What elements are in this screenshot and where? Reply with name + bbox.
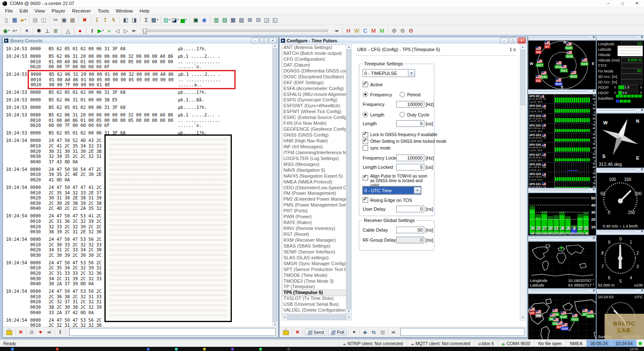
configure-titlebar[interactable]: Configure - Time Pulses bbox=[280, 37, 527, 44]
play-icon[interactable]: ▶ bbox=[96, 26, 105, 35]
close-icon[interactable] bbox=[592, 90, 595, 93]
menu-edit[interactable]: Edit bbox=[16, 8, 31, 14]
import-clipboard-icon[interactable]: ↥ bbox=[101, 15, 109, 24]
config-list-item[interactable]: ESFA (Accelerometer Config) bbox=[282, 86, 346, 92]
antenna-icon[interactable]: ⊥ bbox=[43, 26, 52, 35]
minimize-icon[interactable] bbox=[251, 38, 259, 44]
paste-icon[interactable]: ▩ bbox=[68, 15, 77, 24]
playback-slider[interactable] bbox=[143, 30, 328, 32]
table-view-icon[interactable]: ▦ bbox=[151, 15, 159, 24]
list-scrollbar[interactable]: ▲ ▼ bbox=[346, 44, 352, 314]
messages-view-icon[interactable]: ▦ bbox=[229, 15, 237, 24]
config-list-item[interactable]: CFG (Configuration) bbox=[282, 57, 346, 62]
config-list-item[interactable]: ESFALG (IMU-mount Alignment) bbox=[282, 92, 346, 98]
config-list-item[interactable]: RST (Reset) bbox=[282, 232, 346, 237]
lock-icon[interactable] bbox=[283, 330, 289, 335]
config-list-item[interactable]: BATCH (Batch mode output) bbox=[282, 51, 346, 57]
config-list-item[interactable]: SMGR (Sync Manager Config) bbox=[282, 261, 346, 267]
user-delay-field[interactable]: 0 bbox=[396, 206, 424, 212]
split-horizontal-icon[interactable]: ◧ bbox=[122, 15, 130, 24]
map-view-icon[interactable]: ▨ bbox=[163, 15, 171, 24]
config-list-item[interactable]: NAVX5 (Navigation Expert 5) bbox=[282, 173, 346, 179]
frequency-field[interactable]: 100000 bbox=[396, 101, 424, 108]
snapshot-icon[interactable]: ◲ bbox=[262, 15, 271, 24]
config-list-item[interactable]: ITFM (Jamming/Interference Monit bbox=[282, 150, 346, 156]
eject-icon[interactable]: △ bbox=[64, 26, 72, 35]
pause-console-icon[interactable] bbox=[57, 328, 64, 336]
open-icon[interactable]: ▰ bbox=[19, 15, 27, 24]
mqtt-status[interactable]: MQTT client: Not connected bbox=[407, 340, 474, 347]
checkbox-icon[interactable] bbox=[363, 139, 368, 144]
config-list-item[interactable]: ODO (Odometer/Low-Speed COG f bbox=[282, 185, 346, 191]
console-scrollbar[interactable]: ▲ ▼ bbox=[272, 44, 278, 327]
signal-config-icon[interactable]: ≣ bbox=[52, 26, 60, 35]
ntrip-status[interactable]: NTRIP client: Not connected bbox=[339, 340, 407, 347]
config-list-item[interactable]: MSG (Messages) bbox=[282, 162, 346, 168]
radio-icon[interactable] bbox=[400, 112, 405, 117]
warmstart-icon[interactable]: W bbox=[353, 26, 361, 35]
lock-icon[interactable] bbox=[6, 330, 12, 335]
config-list-item[interactable]: ANT (Antenna Settings) bbox=[282, 45, 346, 51]
scroll-right-icon[interactable]: ▸ bbox=[347, 315, 351, 319]
load-config-icon[interactable] bbox=[361, 328, 369, 336]
print-preview-icon[interactable]: ◫ bbox=[39, 15, 48, 24]
windows-taskbar[interactable]: 12:24 bbox=[0, 347, 644, 351]
checkbox-icon[interactable] bbox=[363, 197, 368, 203]
close-icon[interactable] bbox=[630, 0, 644, 7]
config-list-item[interactable]: USB (Universal Serial Bus) bbox=[282, 302, 346, 307]
save-icon[interactable]: ▦ bbox=[10, 15, 19, 24]
menu-help[interactable]: Help bbox=[136, 8, 153, 14]
coldstart-icon[interactable]: C bbox=[361, 26, 369, 35]
dock-icon[interactable]: ◱ bbox=[271, 15, 279, 24]
debug-icon[interactable]: ✱ bbox=[35, 26, 43, 35]
maximize-icon[interactable] bbox=[260, 38, 268, 44]
menu-view[interactable]: View bbox=[31, 8, 48, 14]
config-list-item[interactable]: ESRC (External Source Config) bbox=[282, 115, 346, 121]
checkbox-icon[interactable] bbox=[363, 145, 368, 151]
maximize-icon[interactable] bbox=[509, 38, 517, 44]
rising-edge-checkbox[interactable]: Rising Edge on TOS bbox=[363, 197, 412, 203]
grid-plus-icon[interactable]: ⊞ bbox=[246, 15, 254, 24]
wizard-icon[interactable] bbox=[351, 328, 358, 336]
chevron-down-icon[interactable]: ▼ bbox=[414, 187, 421, 194]
active-checkbox[interactable]: Active bbox=[363, 82, 383, 87]
taskbar-icon[interactable] bbox=[259, 348, 262, 351]
grid-minus-icon[interactable]: ⊟ bbox=[254, 15, 262, 24]
close-icon[interactable] bbox=[518, 38, 526, 44]
skip-start-icon[interactable]: ↞ bbox=[130, 26, 138, 35]
start-icon[interactable] bbox=[11, 348, 14, 351]
close-icon[interactable] bbox=[641, 230, 643, 233]
console-view-icon[interactable]: ▣ bbox=[192, 15, 200, 24]
close-icon[interactable] bbox=[592, 289, 595, 292]
menu-player[interactable]: Player bbox=[48, 8, 69, 14]
list-hscrollbar[interactable]: ◂ ▸ bbox=[282, 315, 352, 320]
config-list-item[interactable]: NAV5 (Navigation 5) bbox=[282, 168, 346, 173]
config-list-item[interactable]: TXSLOT (Tx Time Slots) bbox=[282, 296, 346, 302]
taskbar-icon[interactable] bbox=[147, 348, 150, 351]
taskbar-icon[interactable] bbox=[56, 348, 59, 351]
config-list-item[interactable]: RINV (Remote Inventory) bbox=[282, 226, 346, 232]
taskbar-icon[interactable] bbox=[287, 348, 290, 351]
menu-file[interactable]: File bbox=[2, 8, 16, 14]
import-new-icon[interactable]: ↯ bbox=[109, 15, 118, 24]
histogram-view-icon[interactable]: ▅ bbox=[179, 15, 188, 24]
close-icon[interactable] bbox=[641, 168, 643, 171]
configure-filter-input[interactable] bbox=[400, 328, 525, 336]
config-list-item[interactable]: PM2 (Extended Power Managemen bbox=[282, 196, 346, 202]
step-forward-icon[interactable]: ▷ bbox=[122, 26, 130, 35]
skip-end-icon[interactable]: ↠ bbox=[332, 26, 340, 35]
poll-button[interactable]: Poll bbox=[328, 329, 347, 336]
config-list-item[interactable]: SENIF (Sensor Interface) bbox=[282, 249, 346, 255]
config-list-item[interactable]: VALDEL (Delete Configuration Item bbox=[282, 307, 346, 313]
config-list-item[interactable]: NMEA (NMEA Protocol) bbox=[282, 179, 346, 185]
config-list-item[interactable]: TP5 (Timepulse 5) bbox=[282, 290, 346, 296]
minimize-icon[interactable] bbox=[601, 0, 615, 7]
scroll-thumb[interactable] bbox=[287, 315, 346, 320]
close-icon[interactable] bbox=[592, 188, 595, 191]
sky-view-icon[interactable]: ◉ bbox=[200, 15, 208, 24]
fast-forward-icon[interactable]: » bbox=[105, 26, 113, 35]
config-list-item[interactable]: DGNSS (Differential GNSS configura bbox=[282, 68, 346, 74]
timepulse-select[interactable]: 0 - TIMEPULSE ▼ bbox=[363, 69, 415, 77]
message-poll-icon[interactable]: M bbox=[378, 26, 386, 35]
radio-icon[interactable] bbox=[363, 92, 368, 97]
